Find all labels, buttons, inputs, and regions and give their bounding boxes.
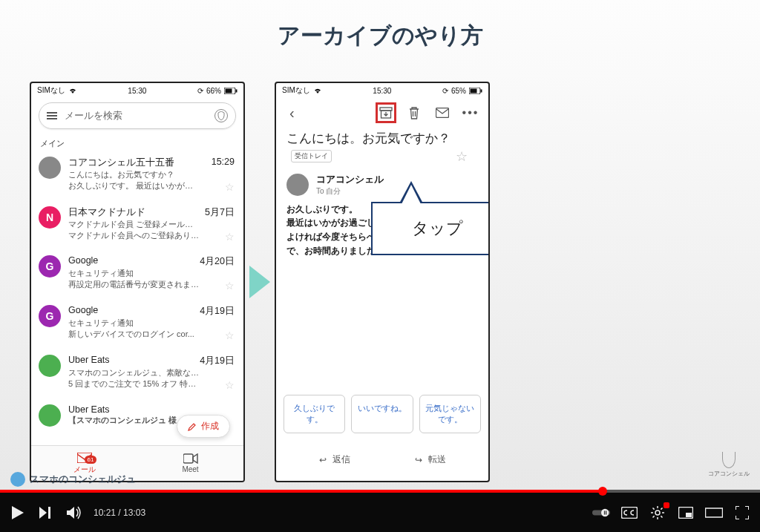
mail-date: 4月19日: [200, 355, 235, 367]
captions-button[interactable]: [620, 504, 638, 522]
mail-date: 15:29: [212, 157, 235, 169]
svg-point-17: [655, 510, 660, 515]
mail-date: 4月20日: [200, 255, 235, 268]
watermark-label: コアコンシェル: [708, 470, 750, 478]
player-controls: 10:21 / 13:03: [0, 493, 760, 532]
video-frame: アーカイブのやり方 SIMなし 15:30 ⟳ 66%: [0, 0, 760, 490]
quick-reply-button[interactable]: 久しぶりです。: [284, 395, 345, 433]
more-icon[interactable]: •••: [460, 102, 481, 123]
time-total: 13:03: [123, 508, 145, 518]
mail-preview: 5 回までのご注文で 15% オフ 特…: [68, 378, 196, 393]
channel-overlay: スマホのコンシェルジュ: [10, 472, 136, 487]
play-button[interactable]: [9, 504, 27, 522]
star-icon[interactable]: ☆: [225, 378, 235, 393]
time-current: 10:21: [94, 508, 116, 518]
unread-badge: 61: [85, 456, 97, 464]
sender-avatar: G: [39, 255, 61, 278]
sender-avatar: [39, 355, 61, 377]
mail-preview: 再設定用の電話番号が変更されま…: [68, 279, 199, 293]
svg-rect-19: [686, 513, 692, 517]
loading-icon: ⟳: [442, 87, 448, 95]
star-icon[interactable]: ☆: [225, 180, 235, 194]
progress-bar[interactable]: [0, 490, 760, 493]
svg-rect-10: [436, 108, 449, 118]
quick-reply-button[interactable]: 元気じゃないです。: [419, 395, 481, 433]
battery-icon: [224, 88, 238, 94]
star-icon[interactable]: ☆: [225, 329, 235, 343]
wifi-icon: [313, 87, 322, 94]
mail-item[interactable]: N 日本マクドナルド5月7日 マクドナルド会員 ご登録メール… マクドナルド会員…: [31, 200, 243, 250]
channel-icon: [10, 472, 25, 487]
inbox-section-label: メイン: [31, 134, 243, 151]
svg-rect-11: [48, 507, 50, 519]
status-bar: SIMなし 15:30 ⟳ 65%: [276, 83, 488, 98]
miniplayer-button[interactable]: [677, 504, 695, 522]
star-icon[interactable]: ☆: [456, 148, 468, 165]
settings-button[interactable]: [649, 504, 666, 522]
sender-avatar: G: [39, 305, 61, 327]
reply-forward-row: ↩ 返信 ↪ 転送: [276, 446, 488, 473]
channel-name: スマホのコンシェルジュ: [30, 473, 136, 486]
mail-list: コアコンシェル五十五番15:29 こんにちは。お元気ですか？ お久しぶりです。 …: [31, 151, 243, 433]
sender-name: 日本マクドナルド: [68, 206, 145, 219]
search-placeholder: メールを検索: [65, 109, 122, 122]
svg-rect-7: [480, 89, 482, 92]
quick-reply-button[interactable]: いいですね。: [351, 395, 413, 433]
autoplay-toggle[interactable]: [592, 504, 610, 522]
battery-icon: [469, 88, 482, 94]
sender-name: Google: [68, 305, 98, 318]
loading-icon: ⟳: [197, 87, 203, 95]
account-avatar-icon[interactable]: [214, 109, 228, 122]
svg-rect-20: [706, 508, 723, 517]
mail-preview: お久しぶりです。 最近はいかが…: [68, 180, 193, 194]
wifi-icon: [68, 87, 77, 94]
svg-rect-14: [604, 510, 605, 514]
trash-icon[interactable]: [404, 102, 425, 123]
archive-icon[interactable]: [376, 102, 396, 123]
slide-content: SIMなし 15:30 ⟳ 66% メールを検索: [30, 82, 490, 482]
forward-label: 転送: [428, 453, 446, 466]
mail-item[interactable]: G Google4月19日 セキュリティ通知 新しいデバイスでのログイン cor…: [31, 299, 243, 349]
progress-thumb[interactable]: [598, 487, 607, 496]
mail-subject: マクドナルド会員 ご登録メール…: [68, 219, 235, 230]
video-icon: [183, 453, 198, 464]
star-icon[interactable]: ☆: [225, 230, 235, 244]
svg-rect-2: [235, 89, 237, 92]
mail-date: 4月19日: [200, 305, 235, 318]
mail-subject-text: こんにちは。お元気ですか？: [286, 131, 451, 145]
inbox-chip: 受信トレイ: [291, 150, 332, 162]
sender-name: Uber Eats: [68, 404, 110, 415]
mail-item[interactable]: G Google4月20日 セキュリティ通知 再設定用の電話番号が変更されま…☆: [31, 249, 243, 299]
sender-name: Google: [68, 255, 98, 268]
theater-button[interactable]: [705, 504, 723, 522]
sender-avatar: N: [39, 206, 61, 229]
mail-subject: スマホのコンシェルジュ、素敵な…: [68, 367, 235, 378]
mail-item[interactable]: Uber Eats4月19日 スマホのコンシェルジュ、素敵な… 5 回までのご注…: [31, 349, 243, 398]
svg-rect-4: [183, 454, 193, 463]
back-icon[interactable]: ‹: [284, 102, 301, 125]
mark-unread-icon[interactable]: [432, 102, 453, 123]
search-bar[interactable]: メールを検索: [39, 102, 236, 129]
tab-meet[interactable]: Meet: [137, 446, 243, 481]
star-icon[interactable]: ☆: [225, 279, 235, 293]
mail-item[interactable]: コアコンシェル五十五番15:29 こんにちは。お元気ですか？ お久しぶりです。 …: [31, 151, 243, 200]
menu-icon[interactable]: [47, 112, 57, 119]
forward-icon: ↪: [415, 455, 422, 465]
tap-callout: タップ: [371, 202, 490, 255]
reply-button[interactable]: ↩ 返信: [286, 446, 382, 473]
svg-rect-1: [225, 88, 232, 93]
mail-preview: 新しいデバイスでのログイン cor...: [68, 329, 194, 343]
clock: 15:30: [373, 87, 391, 95]
next-button[interactable]: [37, 504, 55, 522]
volume-button[interactable]: [65, 504, 83, 522]
mail-preview: マクドナルド会員へのご登録あり…: [68, 230, 199, 244]
status-bar: SIMなし 15:30 ⟳ 66%: [31, 83, 243, 98]
fullscreen-button[interactable]: [733, 504, 751, 522]
compose-button[interactable]: 作成: [177, 415, 230, 438]
svg-rect-15: [606, 510, 606, 514]
compose-label: 作成: [201, 420, 219, 433]
forward-button[interactable]: ↪ 転送: [382, 446, 478, 473]
carrier-label: SIMなし: [37, 85, 65, 96]
time-display: 10:21 / 13:03: [94, 508, 145, 518]
mail-subject: こんにちは。お元気ですか？ 受信トレイ ☆: [276, 128, 488, 165]
